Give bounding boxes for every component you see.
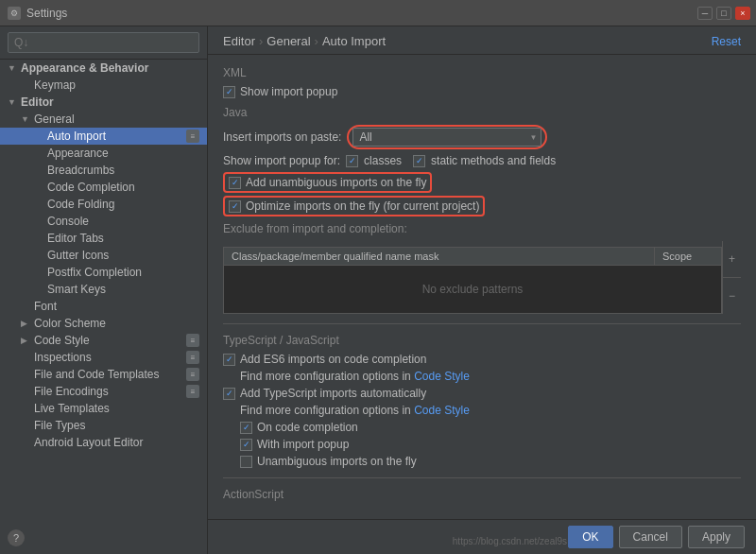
with-import-popup-label: With import popup bbox=[257, 438, 349, 451]
dropdown-arrow-icon: ▼ bbox=[529, 133, 537, 142]
insert-imports-dropdown-wrapper: All ▼ bbox=[352, 128, 541, 147]
sidebar-item-label: Gutter Icons bbox=[47, 249, 109, 262]
xml-show-import-popup-row: Show import popup bbox=[223, 85, 741, 98]
arrow-icon: ▼ bbox=[8, 97, 21, 107]
table-add-btn[interactable]: + bbox=[723, 241, 741, 278]
sidebar-item-font[interactable]: Font bbox=[0, 298, 207, 315]
breadcrumb: Editor › General › Auto Import bbox=[223, 34, 386, 48]
add-es6-row: Add ES6 imports on code completion bbox=[223, 353, 741, 366]
sidebar-item-code-folding[interactable]: Code Folding bbox=[0, 196, 207, 213]
add-typescript-checkbox[interactable] bbox=[223, 388, 235, 400]
xml-show-import-popup-label: Show import popup bbox=[240, 85, 337, 98]
sidebar-item-live-templates[interactable]: Live Templates bbox=[0, 400, 207, 417]
content-header: Editor › General › Auto Import Reset bbox=[208, 26, 756, 55]
sidebar-item-file-types[interactable]: File Types bbox=[0, 417, 207, 434]
sidebar-item-file-code-templates[interactable]: File and Code Templates ≡ bbox=[0, 366, 207, 383]
sidebar-item-smart-keys[interactable]: Smart Keys bbox=[0, 281, 207, 298]
add-unambiguous-highlight: Add unambiguous imports on the fly bbox=[223, 172, 432, 193]
show-import-classes-label: classes bbox=[364, 154, 402, 167]
app-icon: ⚙ bbox=[8, 7, 21, 20]
on-code-completion-label: On code completion bbox=[257, 421, 358, 434]
search-input[interactable] bbox=[8, 32, 199, 53]
title-text: Settings bbox=[26, 7, 67, 20]
show-import-static-label: static methods and fields bbox=[431, 154, 556, 167]
sidebar-item-label: Keymap bbox=[34, 78, 76, 92]
sidebar-item-label: Code Style bbox=[34, 334, 90, 347]
sidebar-item-code-completion[interactable]: Code Completion bbox=[0, 179, 207, 196]
sidebar-item-label: Code Completion bbox=[47, 181, 135, 194]
unambiguous-imports-label: Unambiguous imports on the fly bbox=[257, 455, 417, 468]
show-import-classes-checkbox[interactable] bbox=[346, 155, 358, 167]
sidebar-item-color-scheme[interactable]: ▶ Color Scheme bbox=[0, 315, 207, 332]
sidebar-item-file-encodings[interactable]: File Encodings ≡ bbox=[0, 383, 207, 400]
sidebar-item-postfix-completion[interactable]: Postfix Completion bbox=[0, 264, 207, 281]
ok-button[interactable]: OK bbox=[568, 526, 612, 548]
table-empty-msg: No exclude patterns bbox=[224, 266, 721, 313]
title-bar: ⚙ Settings ─ □ × bbox=[0, 0, 756, 26]
insert-imports-row: Insert imports on paste: All ▼ bbox=[223, 125, 741, 149]
main-layout: ▼ Appearance & Behavior Keymap ▼ Editor … bbox=[0, 26, 756, 554]
reset-link[interactable]: Reset bbox=[712, 35, 741, 48]
sidebar-item-breadcrumbs[interactable]: Breadcrumbs bbox=[0, 162, 207, 179]
maximize-btn[interactable]: □ bbox=[716, 7, 731, 20]
item-badge: ≡ bbox=[186, 368, 199, 381]
sidebar-item-keymap[interactable]: Keymap bbox=[0, 77, 207, 94]
with-import-popup-checkbox[interactable] bbox=[240, 439, 252, 451]
sidebar-item-label: General bbox=[34, 113, 75, 126]
sidebar-item-label: File Types bbox=[34, 419, 85, 432]
sidebar-item-gutter-icons[interactable]: Gutter Icons bbox=[0, 247, 207, 264]
table-header-row: Class/package/member qualified name mask… bbox=[224, 248, 721, 266]
java-section-label: Java bbox=[223, 106, 741, 119]
close-btn[interactable]: × bbox=[735, 7, 750, 20]
exclude-label: Exclude from import and completion: bbox=[223, 222, 741, 235]
ts-section-label: TypeScript / JavaScript bbox=[223, 334, 741, 347]
item-badge: ≡ bbox=[186, 130, 199, 143]
code-style-link-2[interactable]: Code Style bbox=[414, 404, 470, 417]
breadcrumb-1: Editor bbox=[223, 34, 255, 48]
add-typescript-label: Add TypeScript imports automatically bbox=[240, 387, 426, 400]
sidebar-item-label: Breadcrumbs bbox=[47, 164, 114, 177]
minimize-btn[interactable]: ─ bbox=[697, 7, 713, 20]
arrow-icon: ▼ bbox=[8, 63, 21, 73]
item-badge: ≡ bbox=[186, 351, 199, 364]
sidebar-item-label: Font bbox=[34, 300, 57, 313]
sidebar-item-editor[interactable]: ▼ Editor bbox=[0, 94, 207, 111]
with-import-popup-row: With import popup bbox=[240, 438, 741, 451]
sidebar-item-code-style[interactable]: ▶ Code Style ≡ bbox=[0, 332, 207, 349]
add-es6-checkbox[interactable] bbox=[223, 354, 235, 366]
cancel-button[interactable]: Cancel bbox=[619, 526, 682, 548]
xml-show-import-popup-checkbox[interactable] bbox=[223, 86, 235, 98]
add-typescript-row: Add TypeScript imports automatically bbox=[223, 387, 741, 400]
sidebar-item-label: File Encodings bbox=[34, 385, 109, 398]
sidebar-item-editor-tabs[interactable]: Editor Tabs bbox=[0, 230, 207, 247]
sidebar-item-android-layout-editor[interactable]: Android Layout Editor bbox=[0, 434, 207, 451]
show-import-static-checkbox[interactable] bbox=[413, 155, 425, 167]
sidebar-item-appearance[interactable]: Appearance bbox=[0, 145, 207, 162]
on-code-completion-checkbox[interactable] bbox=[240, 422, 252, 434]
code-style-link-1[interactable]: Code Style bbox=[414, 370, 470, 383]
sidebar-item-label: Inspections bbox=[34, 351, 92, 364]
sidebar-item-label: File and Code Templates bbox=[34, 368, 160, 381]
table-remove-btn[interactable]: − bbox=[723, 278, 741, 314]
exclude-table-container: Class/package/member qualified name mask… bbox=[223, 241, 741, 314]
arrow-icon: ▶ bbox=[21, 319, 34, 328]
search-box bbox=[0, 26, 207, 60]
insert-imports-dropdown[interactable]: All ▼ bbox=[352, 128, 541, 147]
sidebar-item-console[interactable]: Console bbox=[0, 213, 207, 230]
sidebar-item-appearance-behavior[interactable]: ▼ Appearance & Behavior bbox=[0, 60, 207, 77]
section-divider-2 bbox=[223, 477, 741, 478]
help-button[interactable]: ? bbox=[8, 529, 25, 546]
sidebar: ▼ Appearance & Behavior Keymap ▼ Editor … bbox=[0, 26, 208, 554]
breadcrumb-3: Auto Import bbox=[322, 34, 386, 48]
url-text: https://blog.csdn.net/zeal9s bbox=[453, 536, 567, 546]
add-unambiguous-checkbox[interactable] bbox=[229, 177, 241, 189]
sidebar-item-label: Appearance bbox=[47, 147, 109, 160]
sidebar-item-auto-import[interactable]: Auto Import ≡ bbox=[0, 128, 207, 145]
sidebar-item-general[interactable]: ▼ General bbox=[0, 111, 207, 128]
add-unambiguous-label: Add unambiguous imports on the fly bbox=[246, 176, 426, 189]
apply-button[interactable]: Apply bbox=[688, 526, 745, 548]
optimize-imports-checkbox[interactable] bbox=[229, 200, 241, 213]
sidebar-item-inspections[interactable]: Inspections ≡ bbox=[0, 349, 207, 366]
item-badge: ≡ bbox=[186, 385, 199, 398]
unambiguous-imports-checkbox[interactable] bbox=[240, 456, 252, 468]
